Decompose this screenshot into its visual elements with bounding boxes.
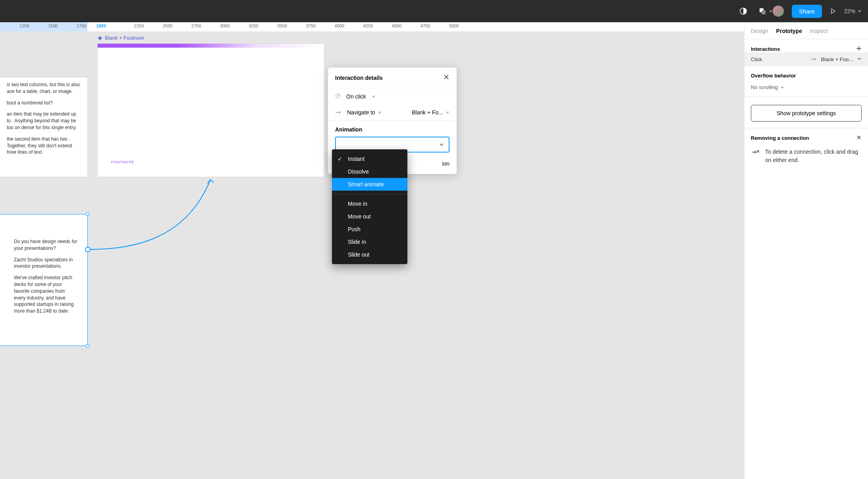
tab-design[interactable]: Design	[751, 28, 768, 34]
ruler-tick: 1920	[96, 23, 106, 28]
svg-rect-2	[762, 10, 766, 14]
panel-tabs: Design Prototype Inspect	[745, 22, 868, 39]
topbar: Share 22%	[0, 0, 868, 22]
gradient-bar	[98, 44, 324, 48]
tab-prototype[interactable]: Prototype	[776, 28, 802, 34]
right-panel: Design Prototype Inspect Interactions Cl…	[744, 22, 868, 479]
ruler: 1250150017501920225025002750300032503500…	[0, 22, 868, 32]
arrow-right-icon	[810, 56, 817, 62]
animation-option[interactable]: Instant	[332, 153, 407, 165]
ruler-tick: 2750	[191, 23, 201, 28]
ruler-tick: 4750	[420, 23, 430, 28]
frame-selected[interactable]: Do you have design needs for your presen…	[0, 214, 87, 346]
zoom-control[interactable]: 22%	[844, 8, 862, 14]
close-icon[interactable]	[443, 74, 449, 81]
body-text: Zacht Studios specializes in investor pr…	[14, 257, 77, 270]
add-interaction-icon[interactable]	[856, 46, 862, 52]
ruler-tick: 3750	[306, 23, 315, 28]
ruler-tick: 4250	[363, 23, 373, 28]
menu-divider	[332, 194, 407, 194]
destination-select[interactable]: Blank + Fo...	[412, 109, 449, 116]
mask-icon[interactable]	[758, 7, 773, 15]
interaction-trigger: Click	[751, 56, 762, 62]
interaction-destination: Blank + Foo...	[821, 56, 853, 62]
animation-option[interactable]: Slide out	[332, 248, 407, 261]
ruler-tick: 2250	[134, 23, 144, 28]
animation-dropdown: InstantDissolveSmart animate Move inMove…	[332, 149, 407, 264]
remove-interaction-icon[interactable]	[857, 56, 862, 62]
animation-option[interactable]: Slide in	[332, 236, 407, 248]
animation-option[interactable]: Push	[332, 223, 407, 236]
selection-handle[interactable]	[86, 212, 89, 216]
contrast-icon[interactable]	[739, 7, 747, 15]
frame-text-columns[interactable]: is two text columns, but this is also ac…	[0, 77, 87, 177]
animation-title: Animation	[328, 120, 457, 137]
interactions-title: Interactions	[751, 46, 780, 52]
close-hint-icon[interactable]	[856, 135, 862, 141]
frame-blank-footnote[interactable]: Blank + Footnote FOOTNOTE	[98, 44, 324, 177]
present-icon[interactable]	[830, 8, 836, 14]
ruler-tick: 2500	[163, 23, 172, 28]
animation-option[interactable]: Move out	[332, 210, 407, 223]
ruler-tick: 5000	[449, 23, 459, 28]
avatar[interactable]	[773, 6, 784, 17]
action-row: Navigate to Blank + Fo...	[328, 104, 457, 120]
body-text: is two text columns, but this is also ac…	[7, 81, 80, 95]
remove-connection-icon	[751, 148, 760, 164]
animation-option[interactable]: Smart animate	[332, 178, 407, 191]
ruler-tick: 1750	[77, 23, 86, 28]
frame-label[interactable]: Blank + Footnote	[98, 35, 144, 41]
removing-body-text: To delete a connection, click and drag o…	[765, 148, 862, 164]
body-text: the second item that has two . Together,…	[7, 136, 80, 156]
body-text: bout a numbered list?	[7, 100, 80, 106]
ruler-tick: 4500	[392, 23, 401, 28]
overflow-title: Overflow behavior	[751, 73, 796, 79]
body-text: an item that may be extended up to . Any…	[7, 111, 80, 131]
removing-title: Removing a connection	[751, 135, 809, 141]
tab-inspect[interactable]: Inspect	[810, 28, 828, 34]
body-text: We've crafted investor pitch decks for s…	[14, 274, 77, 315]
action-select[interactable]: Navigate to	[347, 109, 382, 116]
animation-option[interactable]: Move in	[332, 197, 407, 210]
clock-icon	[335, 93, 341, 100]
selection-handle[interactable]	[86, 344, 89, 348]
ruler-tick: 3500	[277, 23, 287, 28]
animation-option[interactable]: Dissolve	[332, 165, 407, 178]
ruler-tick: 4000	[335, 23, 344, 28]
share-button[interactable]: Share	[792, 5, 822, 18]
overflow-select[interactable]: No scrolling	[751, 84, 862, 90]
ruler-tick: 1250	[19, 23, 29, 28]
ruler-tick: 3000	[220, 23, 230, 28]
interaction-row[interactable]: Click Blank + Foo...	[745, 52, 868, 66]
arrow-right-icon	[335, 109, 341, 116]
ruler-tick: 1500	[48, 23, 58, 28]
connection-origin[interactable]	[85, 247, 91, 252]
trigger-select[interactable]: On click	[328, 88, 457, 104]
ruler-tick: 3250	[249, 23, 258, 28]
body-text: Do you have design needs for your presen…	[14, 238, 77, 252]
prototype-connection[interactable]	[87, 175, 218, 258]
footnote-label: FOOTNOTE	[111, 160, 134, 164]
zoom-value: 22%	[844, 8, 855, 14]
show-prototype-settings-button[interactable]: Show prototype settings	[751, 105, 862, 122]
details-title: Interaction details	[335, 75, 383, 81]
